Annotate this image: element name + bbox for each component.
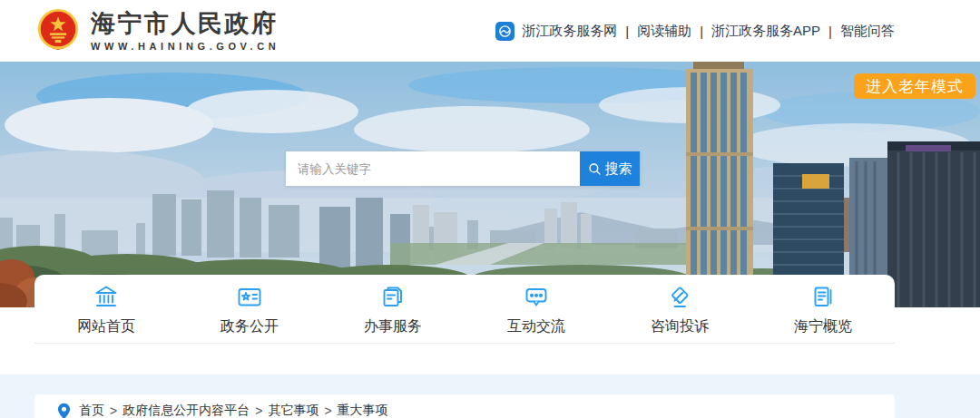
header-quick-links: 浙江政务服务网 | 阅读辅助 | 浙江政务服务APP | 智能问答 bbox=[495, 22, 895, 41]
site-title: 海宁市人民政府 bbox=[91, 10, 279, 38]
site-logo-link[interactable]: 海宁市人民政府 WWW.HAINING.GOV.CN bbox=[34, 7, 279, 54]
brand-text: 海宁市人民政府 WWW.HAINING.GOV.CN bbox=[91, 10, 279, 52]
breadcrumb: 首页 > 政府信息公开内容平台 > 其它事项 > 重大事项 bbox=[34, 394, 895, 418]
link-smart-qa[interactable]: 智能问答 bbox=[840, 23, 895, 40]
nav-item-services[interactable]: 办事服务 bbox=[321, 275, 465, 343]
link-zhejiang-service-site[interactable]: 浙江政务服务网 bbox=[522, 23, 617, 40]
breadcrumb-separator: > bbox=[110, 403, 117, 418]
search-icon bbox=[588, 162, 602, 176]
chat-bubble-icon bbox=[523, 284, 550, 311]
link-separator: | bbox=[700, 24, 703, 39]
link-zhejiang-service-app[interactable]: 浙江政务服务APP bbox=[711, 23, 820, 40]
nav-item-label: 咨询投诉 bbox=[651, 317, 709, 336]
folder-document-icon bbox=[379, 284, 407, 311]
nav-item-gov-disclosure[interactable]: 政务公开 bbox=[178, 275, 321, 343]
banner-content: 搜索 bbox=[34, 62, 895, 307]
search-button-label: 搜索 bbox=[605, 160, 632, 178]
breadcrumb-disclosure-platform[interactable]: 政府信息公开内容平台 bbox=[122, 403, 250, 418]
book-icon bbox=[809, 284, 837, 311]
location-pin-icon bbox=[57, 403, 71, 418]
breadcrumb-current-page: 重大事项 bbox=[338, 403, 388, 418]
nav-item-label: 办事服务 bbox=[364, 317, 422, 336]
document-star-icon bbox=[236, 284, 263, 311]
breadcrumb-separator: > bbox=[255, 403, 262, 418]
nav-item-label: 政务公开 bbox=[220, 317, 279, 336]
link-separator: | bbox=[828, 24, 832, 39]
nav-item-label: 互动交流 bbox=[507, 317, 565, 336]
header-inner: 海宁市人民政府 WWW.HAINING.GOV.CN 浙江政务服务网 | 阅读辅… bbox=[34, 0, 895, 62]
spacer bbox=[0, 344, 980, 374]
main-nav: 网站首页 政务公开 办事服务 bbox=[34, 275, 895, 344]
nav-item-consult-complaint[interactable]: 咨询投诉 bbox=[608, 275, 751, 343]
zhejiang-gov-service-icon bbox=[495, 22, 514, 41]
search-bar: 搜索 bbox=[286, 151, 640, 186]
pen-diamond-icon bbox=[666, 284, 693, 311]
main-nav-card: 网站首页 政务公开 办事服务 bbox=[34, 275, 895, 344]
link-reading-aid[interactable]: 阅读辅助 bbox=[637, 23, 691, 40]
search-input[interactable] bbox=[286, 151, 580, 186]
breadcrumb-other-matters[interactable]: 其它事项 bbox=[268, 403, 318, 418]
search-button[interactable]: 搜索 bbox=[580, 151, 640, 186]
breadcrumb-home[interactable]: 首页 bbox=[79, 403, 104, 418]
site-header: 海宁市人民政府 WWW.HAINING.GOV.CN 浙江政务服务网 | 阅读辅… bbox=[0, 0, 980, 62]
link-separator: | bbox=[625, 24, 629, 39]
nav-item-label: 网站首页 bbox=[77, 317, 135, 336]
nav-item-overview[interactable]: 海宁概览 bbox=[751, 275, 895, 343]
site-url: WWW.HAINING.GOV.CN bbox=[91, 41, 279, 52]
hero-banner: 进入老年模式 搜索 bbox=[0, 62, 980, 307]
national-emblem-icon bbox=[34, 7, 82, 54]
nav-item-interaction[interactable]: 互动交流 bbox=[465, 275, 608, 343]
content-band: 首页 > 政府信息公开内容平台 > 其它事项 > 重大事项 bbox=[0, 374, 980, 418]
nav-item-home[interactable]: 网站首页 bbox=[34, 275, 178, 343]
nav-item-label: 海宁概览 bbox=[794, 317, 852, 336]
government-building-icon bbox=[93, 284, 120, 311]
breadcrumb-separator: > bbox=[324, 403, 331, 418]
